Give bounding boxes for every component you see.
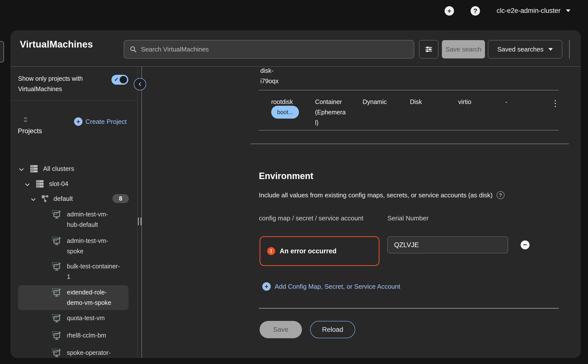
vm-icon (52, 236, 62, 246)
toggle-knob (120, 76, 127, 83)
table-row-divider (259, 130, 559, 130)
project-icon (41, 194, 49, 203)
create-project-label: Create Project (85, 118, 127, 126)
header-vertical-divider (569, 40, 570, 58)
plus-circle-icon: + (262, 282, 271, 291)
tree-item-vm[interactable]: spoke-operator- (52, 347, 120, 358)
chevron-left-icon (138, 82, 143, 86)
reload-button[interactable]: Reload (310, 321, 355, 338)
environment-description-text: Include all values from existing config … (259, 191, 493, 199)
virtualmachines-panel: VirtualMachines Save search Saved search… (10, 30, 581, 358)
disk-interface-cell: virtio (458, 97, 471, 107)
save-search-button[interactable]: Save search (442, 40, 485, 58)
saved-searches-label: Saved searches (497, 46, 543, 53)
kebab-menu-icon[interactable]: ⋮ (550, 98, 560, 109)
error-text: An error occurred (280, 247, 337, 255)
cluster-name: clc-e2e-admin-cluster (497, 7, 561, 15)
cluster-icon (35, 179, 45, 189)
panel-splitter[interactable] (141, 67, 142, 358)
disk-storageclass-cell: - (505, 97, 507, 107)
tree-item-namespace[interactable]: default 8 (32, 193, 129, 204)
vm-icon (52, 313, 62, 324)
disk-name-cell: rootdisk (271, 97, 293, 107)
vm-icon (52, 331, 62, 341)
show-only-projects-toggle[interactable]: ✓ (111, 75, 128, 85)
chevron-down-icon (31, 196, 35, 201)
saved-searches-dropdown[interactable]: Saved searches (488, 40, 562, 58)
vm-name: extended-role-demo-vm-spoke (67, 287, 120, 308)
nav-edge-tab[interactable] (0, 41, 4, 62)
caret-down-icon (548, 48, 553, 51)
vm-count-badge: 8 (112, 194, 129, 203)
question-glyph: ? (473, 7, 477, 15)
plus-glyph: + (447, 7, 451, 15)
header-divider (10, 66, 581, 67)
vm-name: quota-test-vm (67, 313, 120, 323)
chevron-down-icon (19, 166, 24, 171)
bootable-badge[interactable]: boot... (271, 106, 299, 119)
tree-item-vm[interactable]: admin-test-vm-spoke (52, 235, 120, 256)
serial-number-input[interactable] (387, 236, 508, 253)
vm-name: rhel8-cclm-bm (67, 330, 120, 340)
vm-icon (52, 261, 62, 272)
projects-heading: Projects (18, 127, 42, 135)
masthead: + ? clc-e2e-admin-cluster (0, 0, 588, 30)
add-config-map-label: Add Config Map, Secret, or Service Accou… (275, 283, 400, 290)
disk-drive-cell: Disk (410, 97, 422, 107)
cluster-icon (29, 164, 39, 174)
vm-name: admin-test-vm-spoke (67, 235, 120, 256)
all-clusters-label: All clusters (43, 165, 74, 173)
vm-name: spoke-operator- (67, 347, 120, 358)
show-only-projects-label: Show only projects with VirtualMachines (18, 73, 95, 94)
disk-name-cell: disk-i79oqx (260, 65, 283, 86)
resize-handle[interactable] (138, 217, 141, 225)
search-icon (130, 46, 137, 53)
resource-select-error[interactable]: ! An error occurred (260, 236, 379, 266)
sliders-icon (424, 45, 433, 54)
search-box (124, 40, 414, 58)
sidebar-border (137, 67, 138, 358)
vm-icon (52, 209, 62, 220)
error-icon: ! (267, 247, 275, 255)
remove-environment-icon[interactable]: − (521, 240, 530, 249)
vm-name: admin-test-vm-hub-default (67, 209, 120, 230)
vm-name: bulk-test-container-1 (67, 261, 120, 282)
help-icon[interactable]: ? (497, 191, 505, 199)
search-input[interactable] (141, 46, 408, 53)
tree-item-vm[interactable]: bulk-test-container-1 (52, 261, 120, 282)
tree-item-vm[interactable]: rhel8-cclm-bm (52, 330, 120, 341)
tree-item-all-clusters[interactable]: All clusters (20, 163, 74, 174)
footer-divider (259, 308, 559, 309)
namespace-label: default (53, 195, 73, 203)
cluster-label: slot-04 (49, 180, 68, 188)
tree-item-vm-selected[interactable]: extended-role-demo-vm-spoke (52, 287, 120, 308)
help-icon[interactable]: ? (471, 6, 480, 16)
serial-number-column-label: Serial Number (387, 214, 428, 222)
filter-options-button[interactable] (419, 40, 438, 58)
create-project-link[interactable]: + Create Project (74, 117, 127, 126)
add-config-map-link[interactable]: + Add Config Map, Secret, or Service Acc… (262, 282, 400, 291)
caret-down-icon (566, 9, 570, 12)
minus-glyph: − (523, 241, 527, 249)
section-divider (250, 144, 569, 144)
save-button[interactable]: Save (260, 321, 302, 338)
disk-source-cell: Container (Ephemeral) (315, 97, 346, 128)
check-icon: ✓ (114, 76, 119, 83)
page-title: VirtualMachines (20, 39, 93, 50)
sidebar-divider (10, 100, 137, 101)
disk-size-cell: Dynamic (363, 97, 387, 107)
chevron-down-icon (25, 182, 29, 186)
tree-item-vm[interactable]: admin-test-vm-hub-default (52, 209, 120, 230)
create-icon[interactable]: + (445, 6, 454, 16)
table-row-divider (259, 90, 559, 90)
environment-description: Include all values from existing config … (259, 191, 505, 199)
tree-item-cluster[interactable]: slot-04 (26, 179, 68, 189)
tree-item-vm[interactable]: quota-test-vm (52, 313, 120, 324)
collapse-sidebar-button[interactable] (134, 78, 146, 90)
environment-heading: Environment (259, 171, 313, 181)
cluster-selector-dropdown[interactable]: clc-e2e-admin-cluster (497, 7, 570, 15)
vm-icon (52, 287, 62, 298)
plus-circle-icon: + (74, 117, 82, 126)
resource-column-label: config map / secret / service account (259, 214, 363, 222)
collapse-all-icon[interactable] (24, 116, 27, 122)
